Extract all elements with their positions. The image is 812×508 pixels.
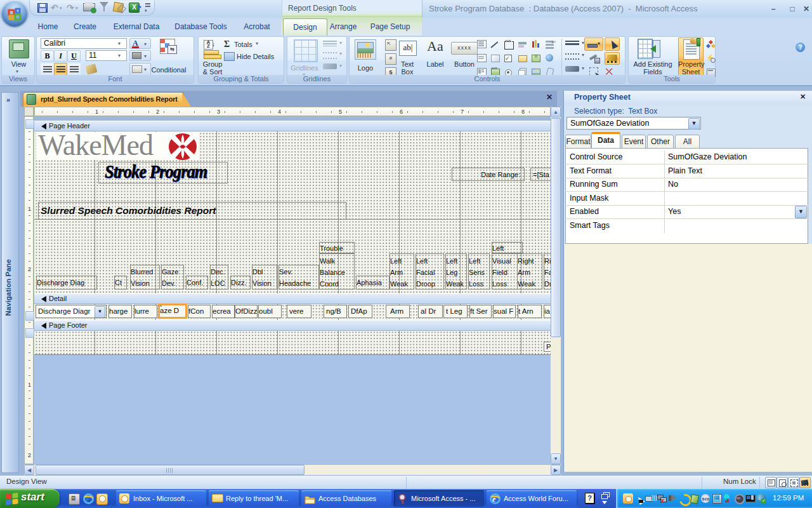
svg-text:e: e [492, 495, 496, 504]
svg-text:e: e [86, 495, 89, 504]
